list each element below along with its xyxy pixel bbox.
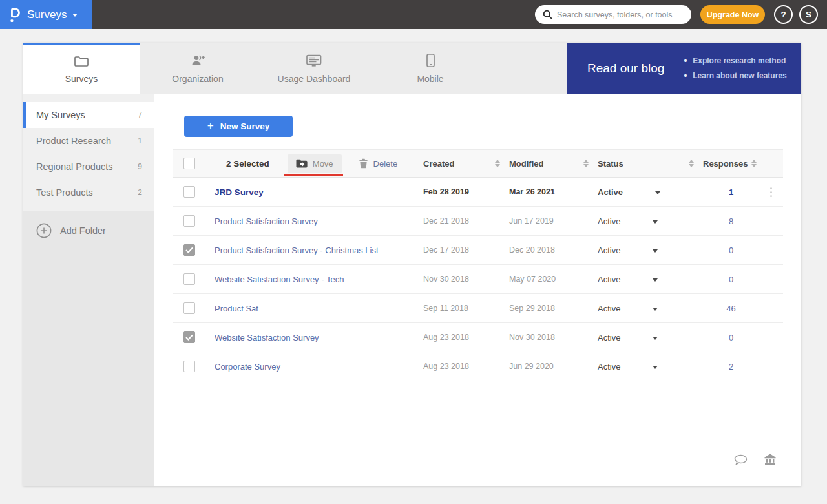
status-dropdown[interactable]: Active	[598, 333, 703, 342]
tab-mobile[interactable]: Mobile	[372, 43, 488, 94]
sidebar-folder-item[interactable]: Test Products 2	[23, 180, 154, 205]
move-button[interactable]: Move	[288, 154, 342, 173]
sidebar-folder-item[interactable]: Regional Products 9	[23, 154, 154, 180]
caret-down-icon	[653, 220, 658, 224]
created-cell: Feb 28 2019	[423, 187, 509, 196]
caret-down-icon	[655, 191, 660, 194]
blog-bullet: Learn about new features	[684, 68, 786, 83]
column-header-created[interactable]: Created	[423, 159, 509, 169]
help-button[interactable]: ?	[774, 5, 793, 24]
table-row[interactable]: Website Satisfaction Survey - Tech Nov 3…	[173, 265, 783, 294]
sort-icon	[689, 160, 694, 167]
tab-usage-dashboard[interactable]: Usage Dashboard	[256, 43, 372, 94]
tab-label: Surveys	[65, 74, 98, 84]
modified-cell: Nov 30 2018	[509, 333, 598, 342]
created-cell: Aug 23 2018	[423, 362, 509, 371]
table-header: 2 Selected Move	[173, 149, 783, 178]
table-row[interactable]: Product Sat Sep 11 2018 Sep 29 2018 Acti…	[173, 294, 783, 323]
smartphone-icon	[426, 54, 435, 68]
row-checkbox[interactable]	[183, 215, 195, 227]
blog-banner-bullets: Explore research method Learn about new …	[684, 54, 786, 83]
row-checkbox[interactable]	[183, 331, 195, 343]
survey-name-link[interactable]: Product Satisfaction Survey - Christmas …	[215, 246, 379, 255]
survey-name-link[interactable]: Corporate Survey	[215, 362, 280, 372]
survey-name-link[interactable]: Website Satisfaction Survey - Tech	[215, 275, 344, 284]
folder-count: 7	[138, 110, 142, 120]
blog-bullet: Explore research method	[684, 54, 786, 68]
folder-label: Test Products	[36, 187, 93, 198]
add-folder-label: Add Folder	[60, 226, 106, 236]
brand-menu[interactable]: Surveys	[0, 0, 92, 29]
surveys-table: 2 Selected Move	[173, 149, 783, 381]
folder-count: 2	[138, 188, 142, 197]
status-dropdown[interactable]: Active	[598, 362, 703, 372]
sidebar-folder-item[interactable]: Product Research 1	[23, 128, 154, 154]
tab-organization[interactable]: Organization	[140, 43, 256, 94]
blog-banner[interactable]: Read our blog Explore research method Le…	[567, 43, 801, 94]
add-folder-button[interactable]: Add Folder	[23, 223, 154, 238]
kebab-menu-icon[interactable]	[768, 185, 775, 200]
upgrade-now-button[interactable]: Upgrade Now	[700, 5, 765, 24]
created-cell: Dec 21 2018	[423, 216, 509, 226]
caret-down-icon	[653, 278, 658, 282]
survey-name-link[interactable]: Product Satisfaction Survey	[215, 216, 318, 226]
modified-cell: Mar 26 2021	[509, 187, 598, 196]
modified-cell: Jun 17 2019	[509, 216, 598, 226]
survey-name-link[interactable]: JRD Survey	[215, 187, 264, 197]
status-dropdown[interactable]: Active	[598, 304, 703, 313]
folder-label: Regional Products	[36, 162, 113, 172]
status-label: Active	[598, 333, 620, 342]
delete-button[interactable]: Delete	[359, 158, 398, 169]
folder-count: 9	[138, 162, 142, 171]
move-active-underline	[284, 174, 343, 176]
table-row[interactable]: Corporate Survey Aug 23 2018 Jun 29 2020…	[173, 352, 783, 381]
status-label: Active	[598, 216, 620, 226]
column-header-responses[interactable]: Responses	[703, 159, 759, 169]
folders-sidebar: My Surveys 7 Product Research 1 Regional…	[23, 94, 154, 486]
row-checkbox[interactable]	[183, 273, 195, 285]
content-card: Surveys Organization Usage	[23, 43, 801, 486]
status-dropdown[interactable]: Active	[598, 246, 703, 255]
tab-surveys[interactable]: Surveys	[23, 43, 140, 94]
account-avatar[interactable]: S	[799, 5, 818, 24]
created-cell: Nov 30 2018	[423, 275, 509, 284]
table-row[interactable]: Product Satisfaction Survey Dec 21 2018 …	[173, 207, 783, 236]
survey-name-link[interactable]: Product Sat	[215, 304, 258, 313]
status-dropdown[interactable]: Active	[598, 187, 703, 197]
column-header-status[interactable]: Status	[598, 159, 703, 169]
sort-icon	[583, 160, 589, 167]
status-dropdown[interactable]: Active	[598, 275, 703, 284]
table-row[interactable]: Website Satisfaction Survey Aug 23 2018 …	[173, 323, 783, 352]
row-checkbox[interactable]	[183, 244, 195, 256]
footer-icons	[734, 454, 776, 465]
tab-label: Mobile	[417, 74, 443, 84]
new-survey-button[interactable]: + New Survey	[184, 116, 293, 137]
caret-down-icon	[653, 366, 658, 369]
row-checkbox[interactable]	[183, 186, 195, 198]
feedback-bubble-icon[interactable]	[734, 454, 748, 465]
table-row[interactable]: Product Satisfaction Survey - Christmas …	[173, 236, 783, 265]
sort-icon	[495, 160, 500, 167]
created-cell: Aug 23 2018	[423, 333, 509, 342]
row-checkbox[interactable]	[183, 302, 195, 314]
modified-cell: Dec 20 2018	[509, 246, 598, 255]
sidebar-folder-item[interactable]: My Surveys 7	[23, 102, 154, 128]
status-label: Active	[598, 187, 623, 197]
plus-circle-icon	[36, 223, 52, 238]
move-folder-icon	[296, 159, 308, 168]
created-cell: Dec 17 2018	[423, 246, 509, 255]
table-body: JRD Survey Feb 28 2019 Mar 26 2021 Activ…	[173, 178, 783, 381]
search-input[interactable]	[557, 10, 684, 19]
add-folder-section: Add Folder	[23, 211, 154, 486]
responses-cell: 2	[703, 362, 759, 372]
select-all-checkbox[interactable]	[183, 158, 195, 169]
survey-name-link[interactable]: Website Satisfaction Survey	[215, 333, 319, 342]
table-row[interactable]: JRD Survey Feb 28 2019 Mar 26 2021 Activ…	[173, 178, 783, 207]
brand-logo-icon	[8, 6, 21, 23]
column-header-modified[interactable]: Modified	[509, 159, 598, 169]
folder-label: Product Research	[36, 136, 111, 146]
status-dropdown[interactable]: Active	[598, 216, 703, 226]
row-checkbox[interactable]	[183, 361, 195, 372]
bank-icon[interactable]	[764, 454, 776, 465]
status-label: Active	[598, 246, 620, 255]
